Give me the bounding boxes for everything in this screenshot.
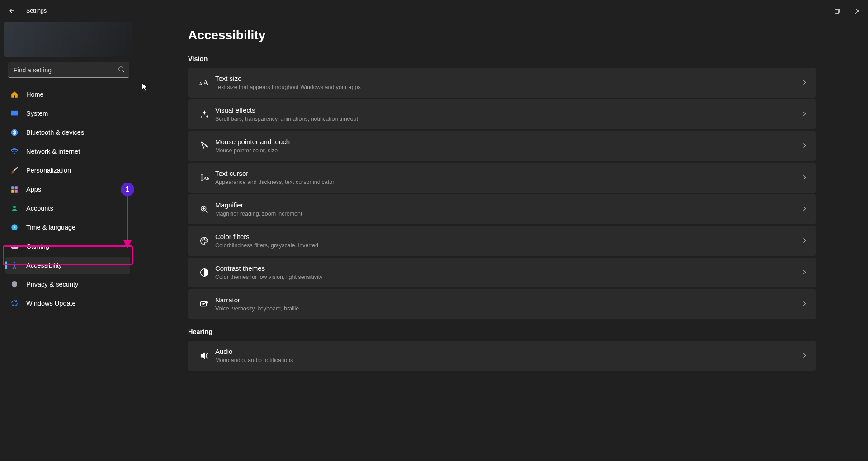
card-desc: Mono audio, audio notifications	[215, 357, 801, 364]
card-contrast-themes[interactable]: Contrast themes Color themes for low vis…	[188, 258, 816, 287]
svg-point-10	[13, 206, 16, 208]
sidebar-item-label: Apps	[26, 186, 41, 193]
svg-rect-7	[15, 186, 18, 189]
nav: Home System Bluetooth & devices Network …	[3, 86, 133, 312]
svg-rect-0	[814, 11, 819, 11]
chevron-right-icon	[801, 111, 807, 118]
sidebar-item-label: System	[26, 110, 48, 117]
card-visual-effects[interactable]: Visual effects Scroll bars, transparency…	[188, 99, 816, 129]
text-size-icon: AA	[196, 77, 212, 88]
sidebar-item-windows-update[interactable]: Windows Update	[5, 295, 130, 312]
sidebar-item-label: Accessibility	[26, 262, 62, 269]
paintbrush-icon	[10, 166, 19, 175]
card-desc: Voice, verbosity, keyboard, braille	[215, 305, 801, 313]
maximize-button[interactable]	[826, 4, 847, 18]
audio-icon	[196, 351, 212, 361]
svg-text:A: A	[203, 79, 209, 87]
chevron-right-icon	[801, 142, 807, 150]
sidebar-item-accounts[interactable]: Accounts	[5, 200, 130, 217]
card-mouse-pointer[interactable]: Mouse pointer and touch Mouse pointer co…	[188, 131, 816, 161]
svg-text:Ab: Ab	[203, 176, 209, 181]
section-vision: Vision	[188, 55, 816, 62]
sidebar: Home System Bluetooth & devices Network …	[0, 22, 136, 312]
chevron-right-icon	[801, 237, 807, 245]
svg-point-20	[202, 240, 203, 240]
page-title: Accessibility	[188, 28, 816, 42]
arrow-left-icon	[8, 7, 15, 14]
card-desc: Magnifier reading, zoom increment	[215, 210, 801, 218]
bluetooth-icon	[10, 128, 19, 137]
card-title: Mouse pointer and touch	[215, 137, 801, 146]
account-card[interactable]	[4, 22, 132, 57]
sidebar-item-accessibility[interactable]: Accessibility	[5, 257, 130, 274]
card-desc: Colorblindness filters, grayscale, inver…	[215, 242, 801, 249]
card-title: Audio	[215, 347, 801, 356]
person-icon	[10, 204, 19, 213]
search-wrap	[8, 62, 129, 78]
card-desc: Scroll bars, transparency, animations, n…	[215, 115, 801, 123]
card-magnifier[interactable]: Magnifier Magnifier reading, zoom increm…	[188, 194, 816, 224]
card-text-size[interactable]: AA Text size Text size that appears thro…	[188, 68, 816, 98]
svg-point-13	[13, 246, 14, 247]
svg-rect-1	[835, 9, 838, 13]
minimize-icon	[814, 9, 819, 14]
contrast-icon	[196, 268, 212, 278]
sidebar-item-network[interactable]: Network & internet	[5, 143, 130, 160]
svg-point-14	[15, 246, 16, 247]
sidebar-item-time-language[interactable]: Time & language	[5, 219, 130, 236]
accessibility-icon	[10, 261, 19, 270]
sidebar-item-label: Home	[26, 91, 44, 98]
titlebar: Settings	[0, 0, 868, 22]
chevron-right-icon	[801, 174, 807, 182]
sidebar-item-label: Privacy & security	[26, 281, 78, 288]
svg-point-25	[206, 302, 208, 304]
sidebar-item-label: Gaming	[26, 243, 49, 250]
svg-rect-8	[11, 190, 14, 193]
sidebar-item-bluetooth[interactable]: Bluetooth & devices	[5, 124, 130, 141]
sidebar-item-home[interactable]: Home	[5, 86, 130, 103]
back-button[interactable]	[5, 4, 18, 18]
sidebar-item-apps[interactable]: Apps	[5, 181, 130, 198]
card-narrator[interactable]: Narrator Voice, verbosity, keyboard, bra…	[188, 289, 816, 319]
chevron-right-icon	[801, 269, 807, 277]
card-title: Text size	[215, 74, 801, 83]
minimize-button[interactable]	[806, 4, 826, 18]
svg-point-22	[206, 240, 207, 240]
gamepad-icon	[10, 242, 19, 251]
shield-icon	[10, 280, 19, 289]
system-icon	[10, 109, 19, 118]
sidebar-item-label: Network & internet	[26, 148, 80, 155]
cursor-icon	[196, 141, 212, 151]
text-cursor-icon: Ab	[196, 173, 212, 183]
sidebar-item-personalization[interactable]: Personalization	[5, 162, 130, 179]
sparkle-icon	[196, 109, 212, 119]
card-title: Text cursor	[215, 169, 801, 178]
chevron-right-icon	[801, 301, 807, 308]
home-icon	[10, 90, 19, 99]
card-audio[interactable]: Audio Mono audio, audio notifications	[188, 341, 816, 371]
update-icon	[10, 299, 19, 308]
sidebar-item-label: Personalization	[26, 167, 71, 174]
svg-rect-12	[11, 245, 18, 249]
sidebar-item-system[interactable]: System	[5, 105, 130, 122]
svg-rect-9	[15, 190, 18, 193]
section-hearing: Hearing	[188, 328, 816, 335]
sidebar-item-privacy[interactable]: Privacy & security	[5, 276, 130, 293]
apps-icon	[10, 185, 19, 194]
search-input[interactable]	[8, 62, 129, 78]
close-button[interactable]	[847, 4, 868, 18]
card-desc: Color themes for low vision, light sensi…	[215, 273, 801, 281]
narrator-icon	[196, 299, 212, 309]
window-controls	[806, 4, 868, 18]
search-icon	[118, 66, 125, 74]
card-title: Contrast themes	[215, 264, 801, 273]
sidebar-item-gaming[interactable]: Gaming	[5, 238, 130, 255]
card-text-cursor[interactable]: Ab Text cursor Appearance and thickness,…	[188, 163, 816, 193]
svg-point-2	[119, 67, 123, 71]
sidebar-item-label: Accounts	[26, 205, 53, 212]
sidebar-item-label: Time & language	[26, 224, 75, 231]
card-color-filters[interactable]: Color filters Colorblindness filters, gr…	[188, 226, 816, 256]
chevron-right-icon	[801, 352, 807, 360]
sidebar-item-label: Windows Update	[26, 300, 76, 307]
svg-point-21	[204, 239, 205, 240]
